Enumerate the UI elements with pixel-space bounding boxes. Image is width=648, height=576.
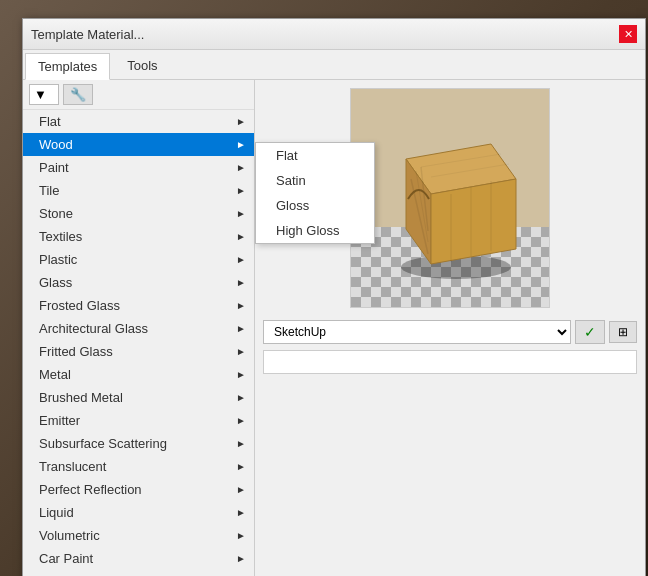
arrow-icon: ► (236, 254, 246, 265)
list-item-label: Car Paint (39, 551, 93, 566)
arrow-icon: ► (236, 139, 246, 150)
list-item-tile[interactable]: Tile ► (23, 179, 254, 202)
list-item-label: Fritted Glass (39, 344, 113, 359)
list-item-liquid[interactable]: Liquid ► (23, 501, 254, 524)
arrow-icon: ► (236, 392, 246, 403)
arrow-icon: ► (236, 116, 246, 127)
list-item-flat[interactable]: Flat ► (23, 110, 254, 133)
preview-render (351, 89, 549, 307)
list-item-label: Emitter (39, 413, 80, 428)
list-item-label: Paint (39, 160, 69, 175)
submenu-item-flat[interactable]: Flat (256, 143, 374, 168)
arrow-icon: ► (236, 231, 246, 242)
list-item-label: Architectural Glass (39, 321, 148, 336)
list-item-paint[interactable]: Paint ► (23, 156, 254, 179)
tab-tools[interactable]: Tools (114, 52, 170, 79)
close-button[interactable]: ✕ (619, 25, 637, 43)
arrow-icon: ► (236, 277, 246, 288)
list-item-plastic[interactable]: Plastic ► (23, 248, 254, 271)
list-item-perfect-reflection[interactable]: Perfect Reflection ► (23, 478, 254, 501)
list-item-car-paint[interactable]: Car Paint ► (23, 547, 254, 570)
arrow-icon: ► (236, 208, 246, 219)
list-item-subsurface-scattering[interactable]: Subsurface Scattering ► (23, 432, 254, 455)
left-panel: ▼ 🔧 Flat ► Wood ► Paint ► (23, 80, 255, 576)
list-item-stone[interactable]: Stone ► (23, 202, 254, 225)
render-engine-dropdown[interactable]: SketchUp V-Ray (263, 320, 571, 344)
list-item-textiles[interactable]: Textiles ► (23, 225, 254, 248)
arrow-icon: ► (236, 438, 246, 449)
arrow-icon: ► (236, 323, 246, 334)
list-item-label: Liquid (39, 505, 74, 520)
list-item-legacy[interactable]: Legacy ► (23, 570, 254, 576)
grid-icon: ⊞ (618, 325, 628, 339)
list-item-label: Frosted Glass (39, 298, 120, 313)
arrow-icon: ► (236, 185, 246, 196)
content-area: ▼ 🔧 Flat ► Wood ► Paint ► (23, 80, 645, 576)
submenu-item-satin[interactable]: Satin (256, 168, 374, 193)
list-item-fritted-glass[interactable]: Fritted Glass ► (23, 340, 254, 363)
menu-bar: Templates Tools (23, 50, 645, 80)
dialog-title: Template Material... (31, 27, 144, 42)
wood-submenu: Flat Satin Gloss High Gloss (255, 142, 375, 244)
svg-marker-3 (431, 179, 516, 264)
list-item-frosted-glass[interactable]: Frosted Glass ► (23, 294, 254, 317)
list-item-label: Textiles (39, 229, 82, 244)
list-item-label: Plastic (39, 252, 77, 267)
grid-button[interactable]: ⊞ (609, 321, 637, 343)
list-item-label: Perfect Reflection (39, 482, 142, 497)
arrow-icon: ► (236, 346, 246, 357)
list-item-label: Tile (39, 183, 59, 198)
list-item-label: Subsurface Scattering (39, 436, 167, 451)
arrow-icon: ► (236, 461, 246, 472)
list-item-label: Metal (39, 367, 71, 382)
toolbar-dropdown[interactable]: ▼ (29, 84, 59, 105)
arrow-icon: ► (236, 369, 246, 380)
wrench-button[interactable]: 🔧 (63, 84, 93, 105)
arrow-icon: ► (236, 553, 246, 564)
list-item-emitter[interactable]: Emitter ► (23, 409, 254, 432)
arrow-icon: ► (236, 530, 246, 541)
arrow-icon: ► (236, 507, 246, 518)
wood-box-svg (361, 99, 541, 299)
apply-button[interactable]: ✓ (575, 320, 605, 344)
submenu-item-high-gloss[interactable]: High Gloss (256, 218, 374, 243)
tab-templates[interactable]: Templates (25, 53, 110, 80)
list-item-label: Translucent (39, 459, 106, 474)
list-item-label: Brushed Metal (39, 390, 123, 405)
arrow-icon: ► (236, 484, 246, 495)
list-item-architectural-glass[interactable]: Architectural Glass ► (23, 317, 254, 340)
bottom-controls: SketchUp V-Ray ✓ ⊞ (263, 320, 637, 344)
template-list: Flat ► Wood ► Paint ► Tile ► Stone ► (23, 110, 254, 576)
wrench-icon: 🔧 (70, 87, 86, 102)
list-item-label: Wood (39, 137, 73, 152)
check-icon: ✓ (584, 324, 596, 340)
arrow-icon: ► (236, 300, 246, 311)
dialog-window: Template Material... ✕ Templates Tools ▼… (22, 18, 646, 576)
list-item-label: Flat (39, 114, 61, 129)
list-item-glass[interactable]: Glass ► (23, 271, 254, 294)
list-item-metal[interactable]: Metal ► (23, 363, 254, 386)
list-item-brushed-metal[interactable]: Brushed Metal ► (23, 386, 254, 409)
list-item-label: Glass (39, 275, 72, 290)
list-item-label: Volumetric (39, 528, 100, 543)
list-item-wood[interactable]: Wood ► (23, 133, 254, 156)
submenu-item-gloss[interactable]: Gloss (256, 193, 374, 218)
arrow-icon: ► (236, 415, 246, 426)
material-preview (350, 88, 550, 308)
status-input[interactable] (263, 350, 637, 374)
title-bar: Template Material... ✕ (23, 19, 645, 50)
arrow-icon: ► (236, 162, 246, 173)
toolbar-row: ▼ 🔧 (23, 80, 254, 110)
list-item-translucent[interactable]: Translucent ► (23, 455, 254, 478)
dropdown-arrow-icon: ▼ (34, 87, 47, 102)
list-item-volumetric[interactable]: Volumetric ► (23, 524, 254, 547)
list-item-label: Stone (39, 206, 73, 221)
